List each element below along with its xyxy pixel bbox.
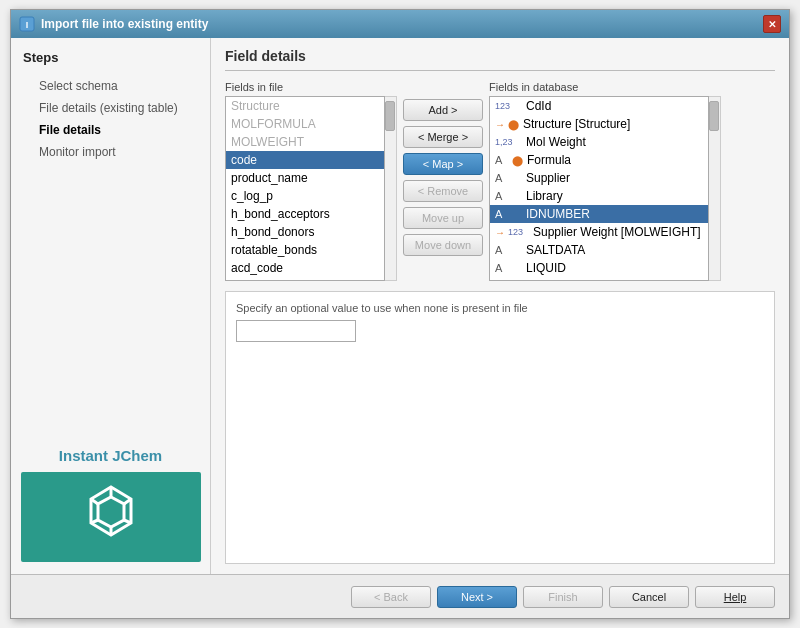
logo-text: Instant JChem [59, 447, 162, 464]
list-item[interactable]: MOLWEIGHT [226, 133, 384, 151]
dialog-title: Import file into existing entity [41, 17, 208, 31]
action-buttons: Add > < Merge > < Map > < Remove Move up… [403, 81, 483, 281]
main-panel: Field details Fields in file Structure M… [211, 38, 789, 574]
file-fields-scrollbar[interactable] [385, 96, 397, 281]
optional-area: Specify an optional value to use when no… [225, 291, 775, 564]
list-item[interactable]: A LIQUID [490, 259, 708, 277]
next-button[interactable]: Next > [437, 586, 517, 608]
db-fields-panel: Fields in database 123 CdId → ⬤ [489, 81, 721, 281]
footer: < Back Next > Finish Cancel Help [11, 574, 789, 618]
list-item[interactable]: → 123 Supplier Weight [MOLWEIGHT] [490, 223, 708, 241]
back-button[interactable]: < Back [351, 586, 431, 608]
db-fields-label: Fields in database [489, 81, 721, 93]
logo-box [21, 472, 201, 562]
close-button[interactable]: ✕ [763, 15, 781, 33]
file-fields-list[interactable]: Structure MOLFORMULA MOLWEIGHT code prod… [225, 96, 385, 281]
dialog: I Import file into existing entity ✕ Ste… [10, 9, 790, 619]
logo-svg [76, 482, 146, 552]
cancel-button[interactable]: Cancel [609, 586, 689, 608]
step-1: Select schema [39, 75, 198, 97]
db-fields-scrollbar[interactable] [709, 96, 721, 281]
move-up-button[interactable]: Move up [403, 207, 483, 229]
db-fields-list[interactable]: 123 CdId → ⬤ Structure [Structure] [489, 96, 709, 281]
list-item[interactable]: A IDNUMBER [490, 205, 708, 223]
main-title: Field details [225, 48, 775, 71]
list-item[interactable]: code [226, 151, 384, 169]
list-item[interactable]: product_name [226, 169, 384, 187]
step-4: Monitor import [39, 141, 198, 163]
list-item[interactable]: A ⬤ Formula [490, 151, 708, 169]
steps-list: Select schema File details (existing tab… [23, 75, 198, 163]
list-item[interactable]: h_bond_donors [226, 223, 384, 241]
remove-button[interactable]: < Remove [403, 180, 483, 202]
logo-area: Instant JChem [23, 447, 198, 562]
sidebar: Steps Select schema File details (existi… [11, 38, 211, 574]
map-button[interactable]: < Map > [403, 153, 483, 175]
finish-button[interactable]: Finish [523, 586, 603, 608]
list-item[interactable]: → ⬤ Structure [Structure] [490, 115, 708, 133]
file-fields-panel: Fields in file Structure MOLFORMULA MOLW… [225, 81, 397, 281]
file-fields-label: Fields in file [225, 81, 397, 93]
list-item[interactable]: rotatable_bonds [226, 241, 384, 259]
list-item[interactable]: c_log_p [226, 187, 384, 205]
title-bar: I Import file into existing entity ✕ [11, 10, 789, 38]
list-item[interactable]: h_bond_acceptors [226, 205, 384, 223]
svg-marker-3 [98, 497, 124, 527]
list-item[interactable]: A Library [490, 187, 708, 205]
list-item[interactable]: MOLFORMULA [226, 115, 384, 133]
content-area: Steps Select schema File details (existi… [11, 38, 789, 574]
list-item[interactable]: Structure [226, 97, 384, 115]
dialog-icon: I [19, 16, 35, 32]
list-item[interactable]: acd_code [226, 259, 384, 277]
merge-button[interactable]: < Merge > [403, 126, 483, 148]
steps-title: Steps [23, 50, 198, 65]
optional-input[interactable] [236, 320, 356, 342]
help-button[interactable]: Help [695, 586, 775, 608]
step-2: File details (existing table) [39, 97, 198, 119]
list-item[interactable]: 123 CdId [490, 97, 708, 115]
list-item[interactable]: A Supplier [490, 169, 708, 187]
optional-label: Specify an optional value to use when no… [236, 302, 764, 314]
list-item[interactable]: A SALTDATA [490, 241, 708, 259]
step-3: File details [39, 119, 198, 141]
list-item[interactable]: 1,23 Mol Weight [490, 133, 708, 151]
add-button[interactable]: Add > [403, 99, 483, 121]
svg-text:I: I [26, 20, 29, 30]
move-down-button[interactable]: Move down [403, 234, 483, 256]
title-bar-left: I Import file into existing entity [19, 16, 208, 32]
fields-area: Fields in file Structure MOLFORMULA MOLW… [225, 81, 775, 281]
